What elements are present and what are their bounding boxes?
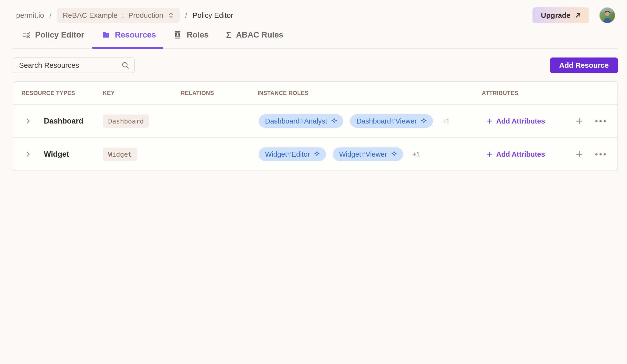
expand-chevron-icon[interactable]: [24, 151, 32, 158]
resource-key-badge: Dashboard: [103, 114, 149, 128]
add-attributes-label: Add Attributes: [496, 117, 545, 125]
breadcrumb: permit.io / ReBAC Example : Production /…: [16, 8, 233, 23]
tab-policy-editor[interactable]: Policy Editor: [22, 23, 84, 48]
plus-icon: [486, 151, 493, 158]
chip-resource: Widget: [339, 150, 361, 158]
add-row-item-icon[interactable]: [575, 150, 584, 158]
column-header-instance-roles: Instance Roles: [258, 90, 482, 97]
add-attributes-button[interactable]: Add Attributes: [486, 150, 545, 158]
chip-role: Viewer: [366, 150, 387, 158]
breadcrumb-separator: /: [185, 11, 187, 19]
sparkle-icon: [417, 117, 427, 125]
add-row-item-icon[interactable]: [575, 117, 584, 125]
chip-hash: #: [391, 117, 395, 125]
tab-roles[interactable]: Roles: [173, 23, 209, 48]
sigma-icon: Σ: [226, 31, 231, 39]
instance-role-chip[interactable]: Dashboard#Analyst: [259, 114, 343, 128]
folder-icon: [102, 31, 110, 39]
upgrade-label: Upgrade: [541, 11, 571, 19]
breadcrumb-org[interactable]: permit.io: [16, 11, 44, 19]
chip-role: Analyst: [304, 117, 327, 125]
instance-role-chips: Widget#EditorWidget#Viewer: [259, 147, 403, 161]
column-header-relations: Relations: [181, 90, 258, 97]
add-attributes-label: Add Attributes: [496, 150, 545, 158]
tab-label: Roles: [187, 30, 209, 40]
relations-cell: [181, 105, 258, 137]
project-environment-selector[interactable]: ReBAC Example : Production: [57, 8, 180, 23]
top-bar: permit.io / ReBAC Example : Production /…: [16, 7, 615, 23]
environment-name: Production: [128, 11, 163, 19]
top-bar-actions: Upgrade: [532, 7, 615, 23]
chevron-up-down-icon: [168, 12, 174, 19]
add-attributes-button[interactable]: Add Attributes: [486, 117, 545, 125]
add-resource-button[interactable]: Add Resource: [550, 57, 618, 73]
relations-cell: [181, 138, 258, 170]
tab-label: Policy Editor: [35, 30, 84, 40]
instance-role-chip[interactable]: Dashboard#Viewer: [350, 114, 433, 128]
instance-role-chip[interactable]: Widget#Editor: [259, 147, 326, 161]
project-name: ReBAC Example: [63, 11, 117, 19]
chip-resource: Widget: [265, 150, 287, 158]
table-body: Dashboard Dashboard Dashboard#AnalystDas…: [13, 104, 618, 170]
column-header-key: Key: [103, 90, 181, 97]
id-card-icon: [173, 31, 182, 39]
chip-hash: #: [300, 117, 304, 125]
policy-rules-icon: [22, 31, 30, 39]
resources-toolbar: Add Resource: [13, 57, 618, 73]
user-avatar[interactable]: [599, 7, 615, 23]
resource-key-badge: Widget: [103, 148, 137, 161]
breadcrumb-page: Policy Editor: [193, 11, 233, 19]
upgrade-button[interactable]: Upgrade: [532, 7, 589, 23]
table-header: Resource Types Key Relations Instance Ro…: [13, 82, 618, 104]
row-menu-icon[interactable]: [595, 120, 606, 122]
project-env-separator: :: [122, 11, 124, 19]
tab-label: ABAC Rules: [236, 30, 283, 40]
chip-role: Editor: [291, 150, 310, 158]
chip-hash: #: [287, 150, 291, 158]
policy-editor-page: permit.io / ReBAC Example : Production /…: [0, 0, 627, 364]
breadcrumb-separator: /: [50, 11, 52, 19]
tab-abac-rules[interactable]: Σ ABAC Rules: [226, 23, 283, 48]
tab-resources[interactable]: Resources: [102, 23, 156, 48]
resources-table: Resource Types Key Relations Instance Ro…: [13, 81, 618, 171]
chip-resource: Dashboard: [265, 117, 300, 125]
tab-label: Resources: [115, 30, 156, 40]
chip-hash: #: [361, 150, 365, 158]
search-resources-input[interactable]: [13, 57, 135, 73]
external-arrow-icon: [575, 12, 582, 19]
sparkle-icon: [387, 151, 398, 158]
sparkle-icon: [310, 151, 320, 158]
row-menu-icon[interactable]: [595, 153, 606, 156]
expand-chevron-icon[interactable]: [24, 117, 32, 125]
table-row: Dashboard Dashboard Dashboard#AnalystDas…: [13, 104, 618, 137]
chip-role: Viewer: [395, 117, 417, 125]
plus-icon: [486, 117, 493, 125]
chip-resource: Dashboard: [356, 117, 391, 125]
more-roles-count[interactable]: +1: [442, 117, 450, 125]
column-header-attributes: Attributes: [482, 90, 568, 97]
sparkle-icon: [327, 117, 338, 125]
column-header-resource-types: Resource Types: [13, 90, 103, 97]
tab-bar: Policy Editor Resources: [13, 23, 618, 49]
resource-name: Dashboard: [44, 117, 83, 125]
instance-role-chips: Dashboard#AnalystDashboard#Viewer: [259, 114, 433, 128]
search-box: [13, 57, 135, 73]
instance-role-chip[interactable]: Widget#Viewer: [333, 147, 403, 161]
table-row: Widget Widget Widget#EditorWidget#Viewer…: [13, 137, 618, 170]
resource-name: Widget: [44, 150, 69, 158]
more-roles-count[interactable]: +1: [412, 151, 420, 158]
